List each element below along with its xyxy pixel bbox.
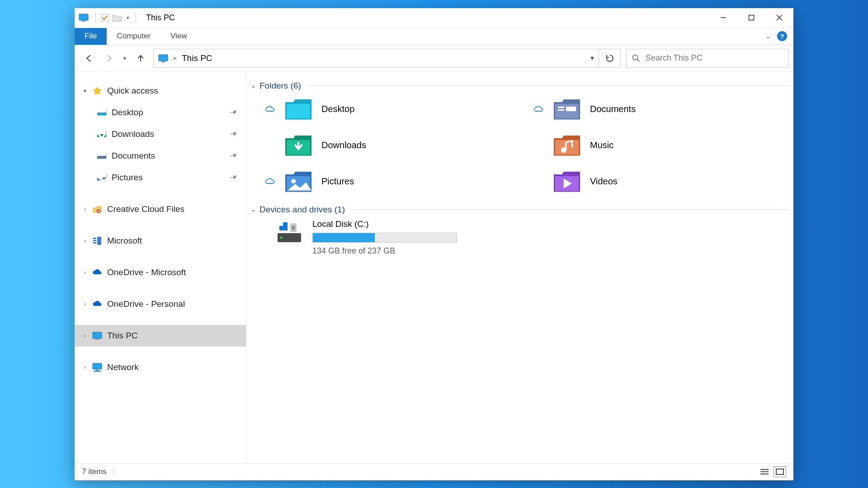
status-bar: 7 items	[75, 463, 793, 480]
star-icon	[92, 85, 103, 96]
svg-rect-50	[776, 469, 783, 474]
expand-icon[interactable]: ›	[81, 364, 89, 371]
ribbon: File Computer View ⌄ ?	[75, 28, 793, 45]
videos-icon	[553, 170, 581, 193]
sidebar-item-label: OneDrive - Microsoft	[107, 267, 186, 277]
section-header-drives[interactable]: ⌄ Devices and drives (1)	[251, 205, 789, 215]
network-icon	[92, 362, 103, 373]
svg-rect-8	[161, 61, 165, 62]
refresh-button[interactable]	[599, 49, 621, 68]
folder-item-music[interactable]: Music	[532, 131, 789, 160]
separator	[353, 209, 789, 210]
sidebar-item-label: Desktop	[112, 108, 143, 117]
folder-item-desktop[interactable]: Desktop	[264, 95, 520, 123]
svg-point-20	[98, 210, 99, 212]
svg-rect-24	[93, 242, 96, 244]
new-folder-icon[interactable]	[112, 14, 122, 22]
sidebar-item-quick-access[interactable]: ▾ Quick access	[75, 80, 246, 102]
sidebar-item-label: This PC	[107, 331, 138, 341]
expand-icon[interactable]: ›	[81, 333, 89, 339]
collapse-icon[interactable]: ⌄	[251, 82, 256, 89]
navigation-bar: ▾ ➤ This PC ▾ Search This PC	[75, 45, 793, 72]
pin-icon	[229, 172, 240, 183]
sidebar-item-network[interactable]: › Network	[75, 357, 246, 378]
expand-icon[interactable]: ›	[81, 269, 89, 276]
folder-label: Videos	[590, 176, 618, 187]
quick-access-toolbar: ▾	[75, 12, 142, 23]
titlebar: ▾ This PC	[75, 8, 793, 28]
folder-item-pictures[interactable]: Pictures	[264, 168, 520, 196]
documents-icon	[553, 98, 581, 121]
up-button[interactable]	[131, 49, 151, 68]
large-icons-view-button[interactable]	[774, 466, 786, 477]
sidebar-item-desktop[interactable]: Desktop	[75, 102, 246, 123]
svg-rect-2	[101, 14, 108, 21]
sidebar-item-microsoft[interactable]: › Microsoft	[75, 230, 246, 252]
sidebar-item-creative-cloud-files[interactable]: › Creative Cloud Files	[75, 198, 246, 220]
sidebar-item-this-pc[interactable]: › This PC	[75, 325, 246, 347]
recent-locations-button[interactable]: ▾	[119, 49, 131, 68]
svg-rect-25	[93, 332, 102, 338]
forward-button[interactable]	[99, 49, 119, 68]
ribbon-tab-view[interactable]: View	[160, 28, 197, 45]
desktop-icon	[96, 107, 107, 118]
close-button[interactable]	[765, 8, 793, 28]
collapse-icon[interactable]: ⌄	[251, 206, 256, 213]
thispc-icon	[92, 330, 103, 341]
onedrive-icon	[92, 299, 103, 310]
drive-usage-bar	[312, 233, 457, 243]
svg-rect-32	[558, 107, 564, 108]
ribbon-tab-computer[interactable]: Computer	[107, 28, 160, 45]
drive-item[interactable]: Local Disk (C:) 134 GB free of 237 GB	[251, 219, 789, 256]
folder-item-videos[interactable]: Videos	[532, 168, 789, 196]
content-pane: ⌄ Folders (6) Desktop Documents Download…	[246, 72, 793, 463]
svg-rect-44	[279, 222, 283, 226]
section-header-label: Folders (6)	[259, 81, 301, 91]
sidebar-item-documents[interactable]: Documents	[75, 145, 246, 167]
sidebar-item-label: Network	[107, 362, 139, 372]
svg-rect-1	[82, 21, 85, 22]
maximize-button[interactable]	[737, 8, 765, 28]
sidebar-item-pictures[interactable]: Pictures	[75, 167, 246, 188]
expand-icon[interactable]: ›	[81, 238, 89, 244]
sidebar-item-onedrive-personal[interactable]: › OneDrive - Personal	[75, 293, 246, 315]
drives-list: Local Disk (C:) 134 GB free of 237 GB	[251, 219, 789, 256]
sidebar-item-downloads[interactable]: Downloads	[75, 123, 246, 145]
ribbon-expand-icon[interactable]: ⌄	[765, 33, 771, 40]
downloads-icon	[96, 129, 107, 140]
sidebar-item-label: Documents	[112, 151, 155, 161]
desktop-icon	[284, 98, 312, 121]
help-button[interactable]: ?	[777, 31, 787, 41]
svg-rect-22	[93, 238, 96, 239]
svg-line-10	[637, 59, 639, 61]
svg-point-18	[98, 175, 102, 180]
svg-rect-30	[287, 104, 310, 118]
separator	[113, 467, 113, 477]
svg-rect-34	[566, 107, 576, 111]
section-header-folders[interactable]: ⌄ Folders (6)	[251, 81, 789, 91]
folder-label: Downloads	[321, 140, 366, 150]
search-box[interactable]: Search This PC	[626, 49, 789, 68]
ribbon-tab-file[interactable]: File	[75, 28, 107, 45]
svg-rect-31	[555, 104, 579, 118]
expand-icon[interactable]: ›	[81, 301, 89, 307]
expand-icon[interactable]: ›	[81, 206, 89, 212]
svg-rect-26	[95, 339, 99, 340]
back-button[interactable]	[79, 49, 99, 68]
ms-icon	[92, 235, 103, 246]
details-view-button[interactable]	[758, 466, 771, 477]
folder-label: Documents	[590, 104, 636, 114]
pin-icon	[229, 129, 240, 139]
qat-dropdown-icon[interactable]: ▾	[125, 15, 131, 21]
folder-item-downloads[interactable]: Downloads	[264, 131, 520, 160]
address-dropdown-icon[interactable]: ▾	[590, 54, 594, 62]
breadcrumb-location[interactable]: This PC	[182, 53, 212, 63]
minimize-button[interactable]	[709, 8, 737, 28]
thispc-icon	[158, 54, 168, 62]
music-icon	[553, 134, 581, 157]
address-bar[interactable]: ➤ This PC ▾	[153, 49, 599, 68]
properties-icon[interactable]	[100, 13, 109, 22]
folder-item-documents[interactable]: Documents	[532, 95, 789, 123]
expand-icon[interactable]: ▾	[81, 88, 89, 94]
sidebar-item-onedrive-microsoft[interactable]: › OneDrive - Microsoft	[75, 262, 246, 283]
